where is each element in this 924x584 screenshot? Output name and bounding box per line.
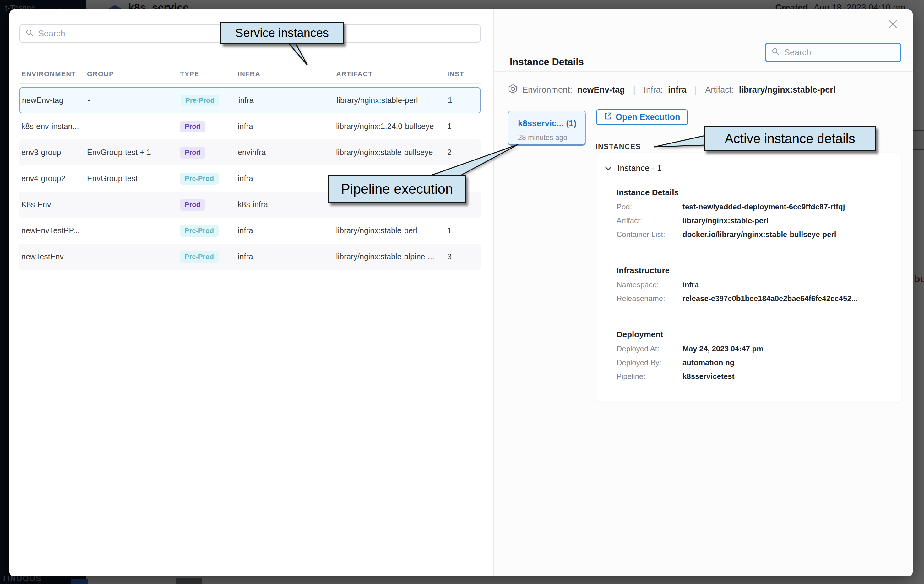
col-environment: ENVIRONMENT [21, 70, 87, 78]
search-icon [772, 48, 780, 57]
type-badge: Prod [180, 120, 205, 132]
detail-row: Artifact: library/nginx:stable-perl [617, 216, 888, 225]
detail-value: May 24, 2023 04:47 pm [683, 345, 888, 353]
detail-value: release-e397c0b1bee184a0e2bae64f6fe42cc4… [683, 294, 888, 303]
execution-card[interactable]: k8sservic... (1) 28 minutes ago [508, 111, 586, 146]
cell-group: - [87, 122, 180, 131]
instance-sections: Instance Details Pod: test-newlyadded-de… [597, 188, 901, 393]
detail-label: Namespace: [617, 280, 683, 289]
chevron-down-icon [605, 166, 612, 171]
cell-infra: k8s-infra [238, 200, 336, 209]
callout-pipeline-execution: Pipeline execution [328, 175, 466, 203]
separator: | [633, 85, 636, 96]
infra-label: Infra: [644, 85, 663, 95]
instance-details-card: Instance - 1 Instance Details Pod: test-… [597, 153, 901, 402]
cell-environment: k8s-env-instan... [21, 122, 87, 131]
table-header: ENVIRONMENT GROUP TYPE INFRA ARTIFACT IN… [20, 65, 480, 84]
artifact-label: Artifact: [705, 85, 734, 95]
col-inst: INST [447, 70, 480, 78]
table-row[interactable]: newEnvTestPP... - Pre-Prod infra library… [20, 218, 480, 244]
separator: | [695, 85, 697, 96]
col-group: GROUP [87, 70, 180, 78]
cell-inst: 1 [447, 226, 480, 235]
type-badge: Pre-Prod [180, 251, 219, 263]
open-execution-button[interactable]: Open Execution [596, 109, 688, 125]
execution-time: 28 minutes ago [518, 134, 585, 142]
environment-value: newEnv-tag [577, 85, 625, 95]
instance-details-panel: Instance Details Environment: newEnv-tag… [494, 10, 913, 576]
detail-row: Container List: docker.io/library/nginx:… [617, 230, 888, 239]
divider [617, 315, 888, 315]
detail-label: Pod: [617, 203, 683, 211]
instance-title: Instance - 1 [617, 163, 662, 173]
type-badge: Prod [180, 199, 205, 211]
detail-label: Container List: [617, 230, 683, 239]
type-badge: Pre-Prod [180, 225, 219, 237]
cell-infra: infra [238, 226, 336, 235]
cell-group: - [87, 226, 180, 235]
cell-environment: env3-group [21, 148, 87, 157]
cell-artifact: library/nginx:1.24.0-bullseye [336, 122, 447, 131]
instance-summary: Environment: newEnv-tag | Infra: infra |… [508, 84, 835, 96]
cell-inst: 1 [447, 122, 480, 131]
execution-name: k8sservic... (1) [518, 119, 585, 129]
cell-group: - [87, 252, 180, 261]
table-row[interactable]: k8s-env-instan... - Prod infra library/n… [20, 113, 480, 139]
instance-search[interactable] [765, 43, 901, 62]
divider [494, 71, 913, 72]
cell-inst: 3 [447, 252, 480, 261]
search-input[interactable] [784, 48, 896, 58]
close-icon[interactable] [888, 19, 901, 33]
artifact-value: library/nginx:stable-perl [739, 85, 836, 95]
table-row[interactable]: env3-group EnvGroup-test + 1 Prod envinf… [20, 139, 480, 165]
table-row-selected[interactable]: newEnv-tag - Pre-Prod infra library/ngin… [20, 87, 480, 113]
cell-artifact: library/nginx:stable-perl [337, 96, 448, 105]
detail-row: Pod: test-newlyadded-deployment-6cc9ffdc… [617, 203, 888, 211]
divider [617, 251, 888, 251]
detail-label: Deployed At: [617, 345, 683, 353]
panel-title: Instance Details [510, 56, 584, 68]
environment-label: Environment: [522, 85, 572, 95]
cell-artifact: library/nginx:stable-perl [336, 226, 447, 235]
cell-group: EnvGroup-test + 1 [87, 148, 180, 157]
detail-value: k8sservicetest [683, 372, 888, 381]
detail-value: docker.io/library/nginx:stable-bullseye-… [683, 230, 888, 239]
cell-artifact: library/nginx:stable-alpine-... [336, 252, 447, 261]
detail-value: automation ng [683, 358, 888, 367]
detail-label: Artifact: [617, 216, 683, 225]
instance-accordion-header[interactable]: Instance - 1 [597, 163, 901, 173]
table-row[interactable]: newTestEnv - Pre-Prod infra library/ngin… [20, 244, 480, 270]
detail-row: Deployed By: automation ng [617, 358, 888, 367]
detail-value: library/nginx:stable-perl [683, 216, 888, 225]
detail-value: test-newlyadded-deployment-6cc9ffdc87-rt… [683, 203, 888, 211]
section-heading: Instance Details [617, 188, 888, 198]
col-infra: INFRA [238, 70, 336, 78]
col-type: TYPE [180, 70, 238, 78]
service-instances-modal: ENVIRONMENT GROUP TYPE INFRA ARTIFACT IN… [10, 10, 913, 576]
section-heading: Infrastructure [617, 266, 888, 276]
cell-infra: infra [238, 96, 337, 105]
type-badge: Prod [180, 147, 205, 158]
cell-infra: envinfra [238, 148, 336, 157]
section-heading: Deployment [617, 330, 888, 340]
detail-label: Deployed By: [617, 358, 683, 367]
detail-label: Releasename: [617, 294, 683, 303]
open-execution-label: Open Execution [615, 112, 680, 122]
callout-service-instances: Service instances [221, 21, 343, 44]
cell-environment: K8s-Env [21, 200, 87, 209]
cell-infra: infra [238, 122, 336, 131]
detail-row: Releasename: release-e397c0b1bee184a0e2b… [617, 294, 888, 303]
col-artifact: ARTIFACT [336, 70, 447, 78]
environment-hexagon-icon [508, 84, 517, 96]
cell-group: - [87, 96, 181, 105]
instances-table-panel: ENVIRONMENT GROUP TYPE INFRA ARTIFACT IN… [10, 10, 494, 576]
cell-environment: newEnvTestPP... [21, 226, 87, 235]
cell-environment: newEnv-tag [22, 96, 87, 105]
detail-row: Deployed At: May 24, 2023 04:47 pm [617, 345, 888, 353]
search-icon [26, 29, 34, 38]
infra-value: infra [668, 85, 686, 95]
detail-row: Pipeline: k8sservicetest [617, 372, 888, 381]
cell-inst: 1 [448, 96, 480, 105]
cell-infra: infra [238, 252, 336, 261]
cell-artifact: library/nginx:stable-bullseye [336, 148, 447, 157]
